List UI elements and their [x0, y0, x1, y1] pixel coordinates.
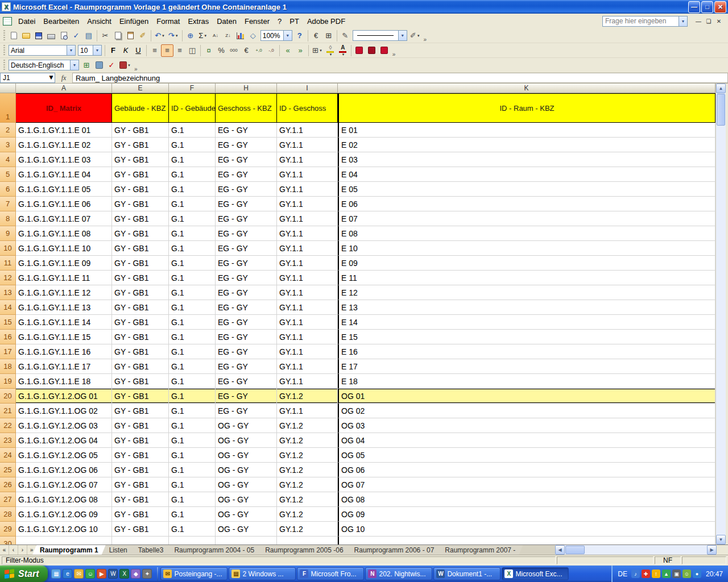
- select-all-corner[interactable]: [0, 84, 16, 93]
- bold-button[interactable]: F: [107, 44, 119, 57]
- sheet-tab-raumprogramm-2006-07[interactable]: Raumprogramm 2006 - 07: [347, 545, 442, 555]
- align-right-icon[interactable]: ≡: [173, 44, 186, 57]
- worksheet-grid-icon[interactable]: ⊞: [80, 59, 93, 72]
- cell-H19[interactable]: EG - GY: [216, 374, 277, 389]
- cell-I11[interactable]: GY.1.1: [277, 256, 338, 271]
- cell-F10[interactable]: G.1: [169, 241, 216, 256]
- cell-H21[interactable]: EG - GY: [216, 404, 277, 418]
- cell-F12[interactable]: G.1: [169, 271, 216, 285]
- vertical-scrollbar[interactable]: ▲ ▼: [715, 84, 726, 544]
- insert-function-icon[interactable]: fx: [55, 73, 72, 83]
- cell-I9[interactable]: GY.1.1: [277, 226, 338, 241]
- cell-K12[interactable]: E 11: [338, 271, 715, 285]
- undo-icon[interactable]: ↶▼: [153, 30, 167, 42]
- font-color-icon[interactable]: A▼: [337, 44, 349, 57]
- taskbar-window-dokument1-[interactable]: WDokument1 -...: [433, 567, 500, 580]
- row-header-12[interactable]: 12: [0, 271, 16, 285]
- cell-A15[interactable]: G.1.G.1.GY.1.1.E 14: [16, 315, 112, 330]
- row-header-14[interactable]: 14: [0, 300, 16, 315]
- cell-A23[interactable]: G.1.G.1.GY.1.2.OG 04: [16, 433, 112, 448]
- tray-icon-7[interactable]: ●: [693, 569, 701, 578]
- cell-H26[interactable]: OG - GY: [216, 477, 277, 492]
- row-header-16[interactable]: 16: [0, 330, 16, 344]
- cell-F5[interactable]: G.1: [169, 167, 216, 182]
- spelling-icon[interactable]: ✓: [70, 30, 82, 42]
- tray-icon-2[interactable]: ✚: [642, 569, 650, 578]
- cell-H29[interactable]: OG - GY: [216, 522, 277, 537]
- vertical-scroll-track[interactable]: [716, 126, 726, 535]
- cell-A21[interactable]: G.1.G.1.GY.1.1.OG 02: [16, 404, 112, 418]
- tray-icon-3[interactable]: !: [652, 569, 660, 578]
- cell-F30[interactable]: [169, 537, 216, 544]
- cell-I13[interactable]: GY.1.1: [277, 285, 338, 300]
- cell-H6[interactable]: EG - GY: [216, 182, 277, 197]
- cell-H18[interactable]: EG - GY: [216, 359, 277, 374]
- cell-F16[interactable]: G.1: [169, 330, 216, 344]
- cell-F8[interactable]: G.1: [169, 211, 216, 226]
- cell-E30[interactable]: [112, 537, 169, 544]
- cell-I10[interactable]: GY.1.1: [277, 241, 338, 256]
- menu-item-extras[interactable]: Extras: [184, 15, 213, 28]
- line-style-combo[interactable]: ▼: [353, 30, 407, 41]
- row-header-24[interactable]: 24: [0, 448, 16, 463]
- column-header-F[interactable]: F: [169, 84, 216, 93]
- cut-icon[interactable]: ✂: [99, 30, 111, 42]
- cell-F20[interactable]: G.1: [169, 389, 216, 404]
- chart-wizard-icon[interactable]: [234, 30, 247, 42]
- cell-A9[interactable]: G.1.G.1.GY.1.1.E 08: [16, 226, 112, 241]
- header-cell-A1[interactable]: ID_ Matrix: [16, 93, 112, 123]
- decrease-decimal-icon[interactable]: -,0: [265, 44, 278, 57]
- cell-I23[interactable]: GY.1.2: [277, 433, 338, 448]
- worksheet-menu-icon[interactable]: [3, 17, 12, 26]
- cell-A12[interactable]: G.1.G.1.GY.1.1.E 11: [16, 271, 112, 285]
- cell-K17[interactable]: E 16: [338, 344, 715, 359]
- cell-F13[interactable]: G.1: [169, 285, 216, 300]
- taskbar-window-2-windows-[interactable]: ▤2 Windows ...: [229, 567, 296, 580]
- chevron-down-icon[interactable]: ▼: [283, 31, 292, 40]
- cell-F22[interactable]: G.1: [169, 418, 216, 433]
- minimize-button[interactable]: —: [688, 1, 700, 13]
- language-indicator[interactable]: DE: [616, 570, 629, 578]
- cell-K2[interactable]: E 01: [338, 123, 715, 138]
- cell-A26[interactable]: G.1.G.1.GY.1.2.OG 07: [16, 477, 112, 492]
- row-header-8[interactable]: 8: [0, 211, 16, 226]
- cell-K25[interactable]: OG 06: [338, 463, 715, 477]
- cell-K14[interactable]: E 13: [338, 300, 715, 315]
- row-header-19[interactable]: 19: [0, 374, 16, 389]
- cell-I29[interactable]: GY.1.2: [277, 522, 338, 537]
- row-header-23[interactable]: 23: [0, 433, 16, 448]
- cell-I26[interactable]: GY.1.2: [277, 477, 338, 492]
- column-header-H[interactable]: H: [216, 84, 277, 93]
- toolbar-options-chevron[interactable]: »: [422, 36, 429, 43]
- row-header-21[interactable]: 21: [0, 404, 16, 418]
- tab-nav-icon-1[interactable]: «: [0, 545, 9, 555]
- cell-K27[interactable]: OG 08: [338, 492, 715, 507]
- taskbar-window-microsoft-exc-[interactable]: XMicrosoft Exc...: [502, 567, 569, 580]
- paste-icon[interactable]: [124, 30, 136, 42]
- cell-F3[interactable]: G.1: [169, 138, 216, 152]
- maximize-button[interactable]: □: [701, 1, 713, 13]
- cell-E27[interactable]: GY - GB1: [112, 492, 169, 507]
- cell-H4[interactable]: EG - GY: [216, 152, 277, 167]
- doc-restore-button[interactable]: ❏: [704, 16, 714, 26]
- close-button[interactable]: ✕: [714, 1, 726, 13]
- row-header-2[interactable]: 2: [0, 123, 16, 138]
- cell-A29[interactable]: G.1.G.1.GY.1.2.OG 10: [16, 522, 112, 537]
- underline-button[interactable]: U: [132, 44, 144, 57]
- increase-indent-icon[interactable]: »: [294, 44, 307, 57]
- menu-item-bearbeiten[interactable]: Bearbeiten: [39, 15, 83, 28]
- sheet-tab-tabelle3[interactable]: Tabelle3: [131, 545, 171, 555]
- format-sheet-icon[interactable]: [93, 59, 105, 72]
- cell-A10[interactable]: G.1.G.1.GY.1.1.E 10: [16, 241, 112, 256]
- cell-K23[interactable]: OG 04: [338, 433, 715, 448]
- cell-A27[interactable]: G.1.G.1.GY.1.2.OG 08: [16, 492, 112, 507]
- tray-icon-4[interactable]: ▲: [662, 569, 671, 578]
- cell-K15[interactable]: E 14: [338, 315, 715, 330]
- cell-K4[interactable]: E 03: [338, 152, 715, 167]
- draw-border-icon[interactable]: ✎: [339, 30, 351, 42]
- cell-F19[interactable]: G.1: [169, 374, 216, 389]
- cell-I27[interactable]: GY.1.2: [277, 492, 338, 507]
- cell-E21[interactable]: GY - GB1: [112, 404, 169, 418]
- cell-A30[interactable]: [16, 537, 112, 544]
- cell-H27[interactable]: OG - GY: [216, 492, 277, 507]
